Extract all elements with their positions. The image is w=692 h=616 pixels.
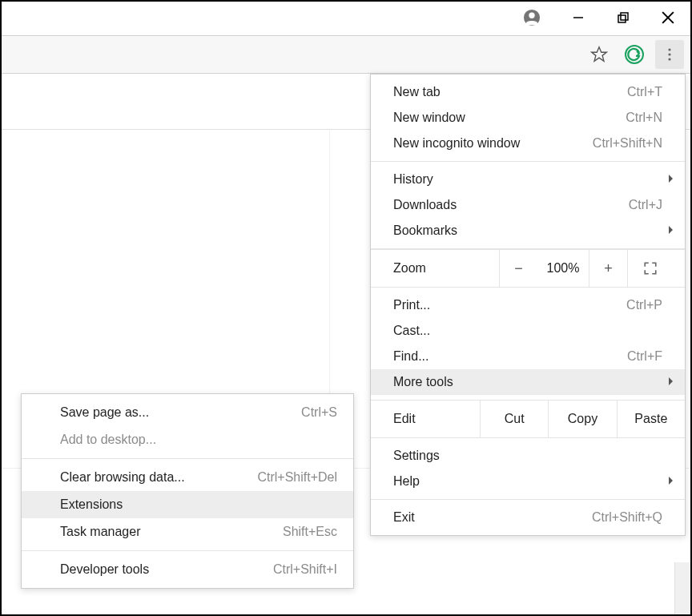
edit-label: Edit bbox=[371, 401, 480, 437]
menu-item-shortcut: Ctrl+S bbox=[301, 405, 337, 420]
submenu-save-page[interactable]: Save page as...Ctrl+S bbox=[22, 399, 353, 426]
menu-item-label: History bbox=[393, 172, 433, 187]
svg-point-10 bbox=[668, 58, 670, 60]
more-vertical-icon bbox=[662, 47, 677, 62]
menu-history[interactable]: History bbox=[371, 167, 685, 192]
grammarly-icon bbox=[625, 45, 644, 64]
fullscreen-icon bbox=[643, 261, 658, 276]
menu-settings[interactable]: Settings bbox=[371, 443, 685, 469]
browser-window: New tabCtrl+TNew windowCtrl+NNew incogni… bbox=[0, 0, 692, 616]
menu-item-label: Extensions bbox=[60, 497, 123, 512]
submenu-add-desktop[interactable]: Add to desktop... bbox=[22, 426, 353, 453]
menu-downloads[interactable]: DownloadsCtrl+J bbox=[371, 192, 685, 218]
menu-section: HistoryDownloadsCtrl+JBookmarks bbox=[371, 162, 685, 248]
menu-item-label: Downloads bbox=[393, 198, 457, 212]
menu-cast[interactable]: Cast... bbox=[371, 318, 685, 344]
paste-button[interactable]: Paste bbox=[617, 401, 685, 437]
zoom-out-button[interactable]: − bbox=[499, 249, 537, 288]
menu-item-label: Clear browsing data... bbox=[60, 470, 185, 485]
menu-item-label: Print... bbox=[393, 298, 430, 312]
menu-item-shortcut: Ctrl+Shift+Q bbox=[592, 510, 662, 525]
main-context-menu: New tabCtrl+TNew windowCtrl+NNew incogni… bbox=[370, 74, 686, 536]
menu-item-shortcut: Ctrl+Shift+Del bbox=[257, 470, 337, 485]
menu-item-label: Task manager bbox=[60, 525, 141, 539]
svg-rect-4 bbox=[621, 13, 628, 20]
menu-more-tools[interactable]: More tools bbox=[371, 369, 685, 395]
svg-rect-3 bbox=[618, 15, 626, 22]
extension-button[interactable] bbox=[620, 40, 649, 69]
menu-item-label: New incognito window bbox=[393, 136, 520, 151]
submenu-extensions[interactable]: Extensions bbox=[22, 491, 353, 518]
fullscreen-button[interactable] bbox=[627, 249, 672, 288]
submenu-dev-tools[interactable]: Developer toolsCtrl+Shift+I bbox=[22, 556, 353, 583]
menu-item-label: Help bbox=[393, 474, 420, 489]
menu-new-incognito[interactable]: New incognito windowCtrl+Shift+N bbox=[371, 131, 685, 156]
submenu-arrow bbox=[667, 172, 675, 187]
submenu-arrow bbox=[667, 223, 675, 238]
minimize-icon bbox=[573, 12, 584, 23]
chevron-right-icon bbox=[667, 476, 675, 485]
svg-point-8 bbox=[668, 48, 670, 50]
menu-item-label: New tab bbox=[393, 85, 441, 99]
edit-row: EditCutCopyPaste bbox=[371, 400, 685, 438]
menu-help[interactable]: Help bbox=[371, 469, 685, 494]
menu-item-label: Exit bbox=[393, 510, 415, 525]
menu-item-label: New window bbox=[393, 111, 465, 125]
submenu-arrow bbox=[667, 375, 675, 389]
menu-item-label: Add to desktop... bbox=[60, 433, 156, 447]
zoom-label: Zoom bbox=[371, 261, 499, 276]
minimize-button[interactable] bbox=[556, 2, 601, 34]
more-menu-button[interactable] bbox=[655, 40, 684, 69]
menu-item-shortcut: Ctrl+F bbox=[627, 349, 662, 364]
menu-section: Clear browsing data...Ctrl+Shift+DelExte… bbox=[22, 459, 353, 550]
close-icon bbox=[662, 11, 674, 24]
window-controls bbox=[516, 2, 690, 34]
zoom-in-button[interactable]: + bbox=[589, 249, 627, 288]
menu-item-label: More tools bbox=[393, 375, 453, 389]
menu-item-label: Bookmarks bbox=[393, 223, 457, 238]
menu-item-shortcut: Ctrl+P bbox=[626, 298, 662, 312]
menu-item-shortcut: Ctrl+T bbox=[627, 85, 662, 99]
menu-section: ExitCtrl+Shift+Q bbox=[371, 500, 685, 535]
menu-item-shortcut: Shift+Esc bbox=[283, 525, 337, 539]
menu-item-label: Save page as... bbox=[60, 405, 149, 420]
profile-button[interactable] bbox=[516, 2, 548, 34]
menu-item-shortcut: Ctrl+Shift+N bbox=[593, 136, 662, 151]
menu-print[interactable]: Print...Ctrl+P bbox=[371, 292, 685, 318]
more-tools-submenu: Save page as...Ctrl+SAdd to desktop...Cl… bbox=[21, 393, 354, 589]
menu-item-label: Find... bbox=[393, 349, 428, 364]
menu-item-shortcut: Ctrl+J bbox=[629, 198, 662, 212]
chevron-right-icon bbox=[667, 376, 675, 386]
toolbar bbox=[2, 35, 690, 74]
chevron-right-icon bbox=[667, 225, 675, 235]
menu-section: SettingsHelp bbox=[371, 438, 685, 499]
bookmark-button[interactable] bbox=[585, 40, 614, 69]
submenu-task-manager[interactable]: Task managerShift+Esc bbox=[22, 518, 353, 546]
zoom-value: 100% bbox=[537, 261, 589, 276]
zoom-row: Zoom−100%+ bbox=[371, 249, 685, 288]
maximize-button[interactable] bbox=[601, 2, 646, 34]
menu-new-tab[interactable]: New tabCtrl+T bbox=[371, 79, 685, 105]
vertical-scrollbar[interactable] bbox=[674, 562, 690, 614]
menu-section: Save page as...Ctrl+SAdd to desktop... bbox=[22, 394, 353, 458]
menu-find[interactable]: Find...Ctrl+F bbox=[371, 344, 685, 369]
menu-item-shortcut: Ctrl+Shift+I bbox=[273, 562, 337, 577]
svg-point-1 bbox=[529, 13, 534, 18]
menu-item-shortcut: Ctrl+N bbox=[626, 111, 662, 125]
menu-section: Print...Ctrl+PCast...Find...Ctrl+FMore t… bbox=[371, 288, 685, 400]
submenu-clear-data[interactable]: Clear browsing data...Ctrl+Shift+Del bbox=[22, 464, 353, 491]
cut-button[interactable]: Cut bbox=[480, 401, 548, 437]
restore-icon bbox=[618, 12, 629, 23]
menu-bookmarks[interactable]: Bookmarks bbox=[371, 218, 685, 244]
menu-new-window[interactable]: New windowCtrl+N bbox=[371, 105, 685, 131]
menu-exit[interactable]: ExitCtrl+Shift+Q bbox=[371, 505, 685, 530]
close-button[interactable] bbox=[646, 2, 690, 34]
menu-item-label: Cast... bbox=[393, 324, 430, 338]
menu-item-label: Settings bbox=[393, 449, 440, 463]
chevron-right-icon bbox=[667, 174, 675, 183]
menu-item-label: Developer tools bbox=[60, 562, 149, 577]
svg-point-9 bbox=[668, 53, 670, 55]
user-icon bbox=[523, 9, 541, 26]
copy-button[interactable]: Copy bbox=[548, 401, 616, 437]
menu-section: Developer toolsCtrl+Shift+I bbox=[22, 551, 353, 588]
